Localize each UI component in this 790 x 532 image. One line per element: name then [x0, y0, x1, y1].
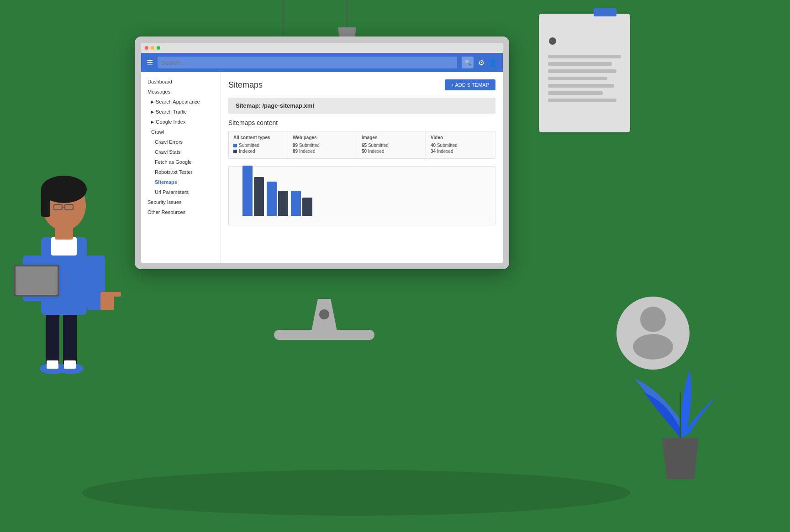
add-sitemap-button[interactable]: + ADD SITEMAP [445, 79, 495, 90]
page-header: Sitemaps + ADD SITEMAP [228, 79, 495, 90]
svg-point-9 [40, 363, 65, 374]
web-pages-cell: Web pages 99 Submitted 89 Indexed [288, 131, 357, 158]
sidebar-item-url-parameters[interactable]: Url Parameters [141, 187, 221, 197]
minimize-dot[interactable] [151, 46, 154, 50]
indexed-dot [233, 150, 237, 153]
images-cell: Images 65 Submitted 50 Indexed [357, 131, 426, 158]
svg-marker-40 [662, 438, 699, 479]
sidebar-item-other-resources[interactable]: Other Resources [141, 207, 221, 217]
page-title: Sitemaps [228, 80, 263, 90]
close-dot[interactable] [145, 46, 148, 50]
sidebar-item-google-index[interactable]: ▶ Google Index [141, 117, 221, 127]
svg-rect-32 [548, 69, 616, 73]
submitted-dot [233, 144, 237, 147]
all-content-label: All content types [233, 135, 283, 140]
content-types-grid: All content types Submitted Indexed [228, 131, 495, 159]
svg-rect-22 [14, 265, 59, 297]
svg-point-16 [41, 176, 87, 203]
legend-indexed: Indexed [233, 149, 283, 154]
svg-rect-36 [548, 99, 616, 102]
legend-submitted: Submitted [233, 143, 283, 148]
svg-rect-27 [539, 14, 630, 132]
main-content: Sitemaps + ADD SITEMAP Sitemap: /page-si… [221, 72, 503, 263]
video-label: Video [431, 135, 490, 140]
chart-container [228, 166, 495, 225]
sidebar-item-crawl-errors[interactable]: Crawl Errors [141, 137, 221, 147]
settings-icon[interactable]: ⚙ [478, 58, 485, 67]
sidebar-item-fetch-google[interactable]: Fetch as Google [141, 157, 221, 167]
svg-rect-25 [100, 292, 114, 310]
chart-group-0 [242, 166, 264, 216]
web-pages-label: Web pages [293, 135, 352, 140]
svg-rect-23 [16, 266, 58, 295]
sidebar-item-robots[interactable]: Robots.txt Tester [141, 167, 221, 177]
svg-rect-35 [548, 91, 603, 95]
user-icon[interactable]: 👤 [488, 58, 497, 67]
all-content-types-cell: All content types Submitted Indexed [229, 131, 288, 158]
svg-rect-24 [87, 256, 105, 310]
svg-point-8 [58, 363, 84, 374]
svg-rect-11 [64, 360, 76, 369]
search-button[interactable]: 🔍 [462, 57, 474, 68]
images-label: Images [362, 135, 421, 140]
sidebar-item-crawl-group[interactable]: Crawl [141, 127, 221, 137]
svg-rect-14 [55, 214, 73, 240]
search-input[interactable] [158, 57, 457, 68]
chart-group-2 [291, 191, 312, 216]
svg-point-29 [549, 37, 556, 45]
sidebar-item-sitemaps[interactable]: Sitemaps [141, 177, 221, 187]
svg-rect-19 [65, 204, 73, 210]
svg-point-37 [616, 297, 690, 370]
svg-rect-10 [47, 360, 58, 369]
images-submitted-stat: 65 Submitted [362, 143, 421, 148]
bar-web-submitted [242, 166, 253, 216]
svg-point-15 [42, 180, 86, 230]
svg-rect-34 [548, 84, 614, 88]
sitemap-name-bar: Sitemap: /page-sitemap.xml [228, 98, 495, 114]
svg-rect-12 [41, 237, 87, 315]
title-bar [141, 43, 503, 53]
hamburger-icon[interactable]: ☰ [147, 58, 153, 67]
svg-rect-30 [548, 55, 621, 58]
app-header: ☰ 🔍 ⚙ 👤 [141, 53, 503, 72]
svg-rect-18 [54, 204, 62, 210]
app-body: Dashboard Messages ▶ Search Appearance ▶… [141, 72, 503, 263]
video-cell: Video 40 Submitted 34 Indexed [426, 131, 495, 158]
svg-rect-31 [548, 62, 612, 66]
svg-point-39 [633, 334, 673, 360]
images-indexed-stat: 50 Indexed [362, 149, 421, 154]
svg-rect-17 [41, 189, 50, 217]
web-indexed-stat: 89 Indexed [293, 149, 352, 154]
video-indexed-stat: 34 Indexed [431, 149, 490, 154]
video-submitted-stat: 40 Submitted [431, 143, 490, 148]
svg-rect-33 [548, 77, 607, 80]
sidebar-item-search-traffic[interactable]: ▶ Search Traffic [141, 107, 221, 117]
svg-point-38 [640, 307, 666, 332]
sidebar-item-dashboard[interactable]: Dashboard [141, 77, 221, 87]
bar-video-submitted [291, 191, 301, 216]
sidebar-item-crawl-stats[interactable]: Crawl Stats [141, 147, 221, 157]
maximize-dot[interactable] [157, 46, 160, 50]
bar-video-indexed [302, 198, 312, 216]
sidebar: Dashboard Messages ▶ Search Appearance ▶… [141, 72, 221, 263]
svg-point-1 [82, 470, 630, 516]
sidebar-item-security[interactable]: Security Issues [141, 197, 221, 207]
sidebar-item-messages[interactable]: Messages [141, 87, 221, 97]
svg-rect-28 [594, 8, 616, 16]
svg-rect-7 [63, 310, 77, 365]
sitemaps-content-title: Sitemaps content [228, 119, 495, 126]
svg-rect-13 [51, 237, 77, 256]
svg-rect-21 [23, 256, 46, 301]
sidebar-item-search-appearance[interactable]: ▶ Search Appearance [141, 97, 221, 107]
bar-images-submitted [267, 182, 277, 216]
svg-rect-26 [112, 292, 121, 297]
bar-web-indexed [254, 177, 264, 216]
chart-group-1 [267, 182, 288, 216]
svg-rect-6 [46, 310, 59, 365]
web-submitted-stat: 99 Submitted [293, 143, 352, 148]
bar-images-indexed [278, 191, 288, 216]
